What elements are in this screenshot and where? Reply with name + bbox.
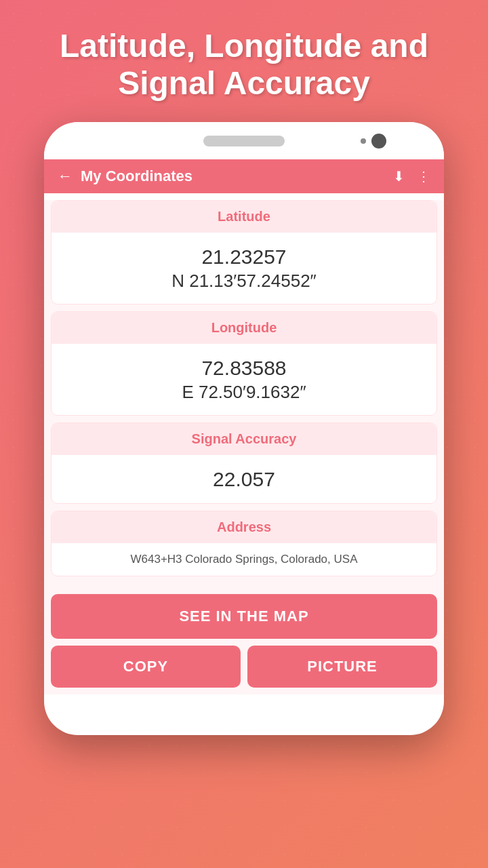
header-left: ← My Coordinates [58,167,192,185]
app-content: Latitude 21.23257 N 21.13′57.24552″ Long… [44,200,444,694]
signal-label: Signal Accuracy [192,431,297,446]
buttons-area: SEE IN THE MAP COPY PICTURE [44,583,444,694]
app-header: ← My Coordinates ⬇ ⋮ [44,159,444,193]
back-button[interactable]: ← [58,167,73,185]
phone-camera-dot [361,138,366,144]
address-value: W643+H3 Colorado Springs, Colorado, USA [52,543,436,576]
signal-body: 22.057 [52,455,436,503]
latitude-decimal: 21.23257 [60,243,428,270]
latitude-body: 21.23257 N 21.13′57.24552″ [52,233,436,304]
hero-title: Latitude, Longitude and Signal Accuracy [0,0,488,122]
phone-mockup: ← My Coordinates ⬇ ⋮ Latitude 21.23257 N… [44,122,444,735]
phone-speaker [203,136,285,146]
signal-header: Signal Accuracy [52,423,436,455]
longitude-dms: E 72.50′9.1632″ [60,381,428,404]
copy-button[interactable]: COPY [51,646,241,688]
signal-card: Signal Accuracy 22.057 [51,422,437,504]
more-icon[interactable]: ⋮ [417,168,430,184]
longitude-decimal: 72.83588 [60,355,428,381]
bottom-buttons-row: COPY PICTURE [51,646,437,688]
app-title: My Coordinates [81,167,192,185]
longitude-label: Longitude [211,320,277,335]
latitude-dms: N 21.13′57.24552″ [60,270,428,293]
see-in-map-button[interactable]: SEE IN THE MAP [51,594,437,639]
phone-camera [371,134,386,149]
latitude-card: Latitude 21.23257 N 21.13′57.24552″ [51,200,437,304]
download-icon[interactable]: ⬇ [393,168,405,184]
longitude-body: 72.83588 E 72.50′9.1632″ [52,344,436,415]
longitude-header: Longitude [52,312,436,344]
phone-top-bar [44,122,444,159]
address-label: Address [217,519,271,534]
latitude-label: Latitude [218,209,270,224]
longitude-card: Longitude 72.83588 E 72.50′9.1632″ [51,311,437,416]
header-right: ⬇ ⋮ [393,168,430,184]
picture-button[interactable]: PICTURE [247,646,437,688]
latitude-header: Latitude [52,201,436,233]
address-card: Address W643+H3 Colorado Springs, Colora… [51,511,437,576]
address-header: Address [52,511,436,543]
signal-value: 22.057 [60,466,428,492]
